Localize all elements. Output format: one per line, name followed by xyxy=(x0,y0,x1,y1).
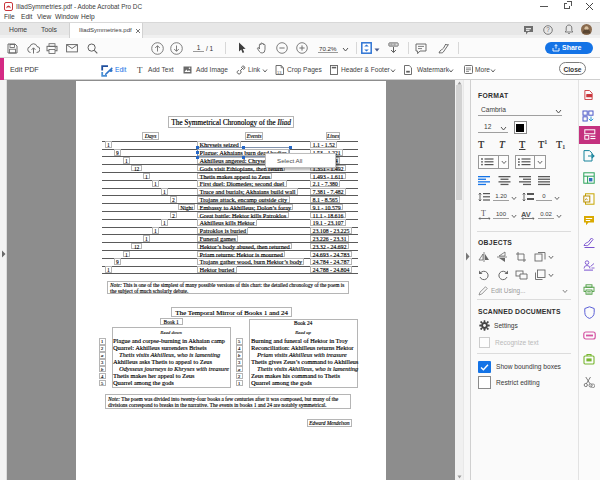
svg-text:?: ? xyxy=(546,26,550,33)
svg-text:T: T xyxy=(481,209,486,218)
svg-text:13: 13 xyxy=(277,69,282,74)
svg-text:AV: AV xyxy=(521,210,531,219)
